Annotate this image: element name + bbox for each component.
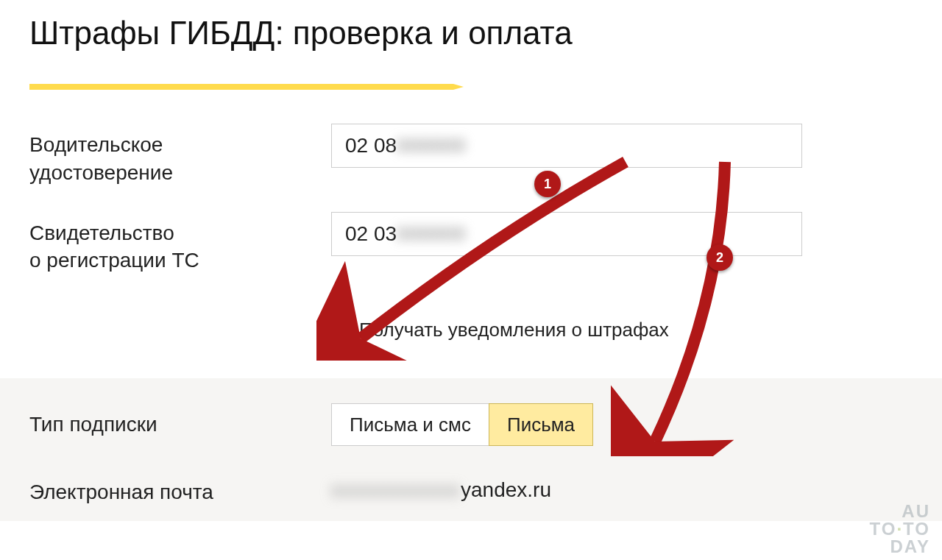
notifications-checkbox[interactable] [331,322,349,339]
watermark: AU TO·TO DAY [870,503,930,556]
email-visible: yandex.ru [461,478,551,502]
notifications-checkbox-row: Получать уведомления о штрафах [331,319,913,341]
annotation-badge-2: 2 [706,244,733,271]
watermark-line3: DAY [870,538,930,556]
row-email: Электронная почта xxxxxxxxxxx yandex.ru [29,471,913,506]
license-label: Водительское удостоверение [29,124,331,187]
row-subscription: Тип подписки Письма и смс Письма [29,403,913,446]
email-value: xxxxxxxxxxx yandex.ru [331,471,802,502]
subscription-section: Тип подписки Письма и смс Письма Электро… [0,378,942,521]
checkmark-icon [333,321,350,337]
toggle-letters-sms[interactable]: Письма и смс [331,403,489,446]
license-input[interactable]: 02 08 000000 [331,124,802,168]
subscription-label: Тип подписки [29,403,331,439]
notifications-label: Получать уведомления о штрафах [359,319,669,341]
email-label: Электронная почта [29,471,331,506]
annotation-badge-1: 1 [534,171,561,197]
toggle-letters[interactable]: Письма [489,403,593,446]
watermark-line1: AU [870,503,930,520]
row-registration: Свидетельство о регистрации ТС 02 03 000… [29,212,913,275]
license-value-hidden: 000000 [397,134,465,157]
watermark-line2: TO·TO [870,520,930,538]
email-hidden: xxxxxxxxxxx [331,478,461,502]
subscription-toggle: Письма и смс Письма [331,403,802,446]
progress-bar [29,84,913,90]
license-value-visible: 02 08 [345,134,397,157]
registration-input[interactable]: 02 03 000000 [331,212,802,256]
registration-value-hidden: 000000 [397,222,465,246]
registration-label: Свидетельство о регистрации ТС [29,212,331,275]
progress-fill [29,84,453,90]
row-license: Водительское удостоверение 02 08 000000 [29,124,913,187]
page-title: Штрафы ГИБДД: проверка и оплата [29,15,913,52]
registration-value-visible: 02 03 [345,222,397,246]
